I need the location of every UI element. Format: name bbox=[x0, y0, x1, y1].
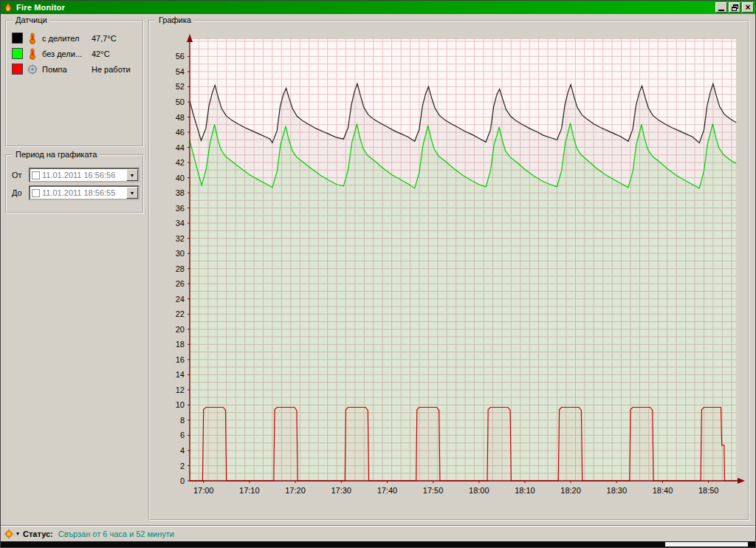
period-from-label: От bbox=[12, 171, 25, 179]
svg-text:18:00: 18:00 bbox=[469, 486, 489, 495]
svg-text:4: 4 bbox=[180, 446, 185, 455]
status-dropdown-icon[interactable]: ▾ bbox=[16, 531, 19, 537]
minimize-icon bbox=[718, 10, 724, 11]
status-value: Свързан от 6 часа и 52 минути bbox=[58, 530, 174, 538]
svg-text:17:40: 17:40 bbox=[377, 486, 398, 495]
window-title: Fire Monitor bbox=[16, 3, 714, 12]
sensor-value: Не работи bbox=[92, 65, 131, 74]
series-color-swatch-red bbox=[12, 64, 23, 75]
svg-text:14: 14 bbox=[176, 370, 185, 379]
series-color-swatch-green bbox=[12, 48, 23, 59]
statusbar: ▾ Статус: Свързан от 6 часа и 52 минути bbox=[1, 525, 755, 541]
close-button[interactable]: × bbox=[742, 2, 754, 13]
svg-text:18: 18 bbox=[176, 340, 185, 349]
svg-text:17:30: 17:30 bbox=[331, 486, 351, 495]
svg-text:18:10: 18:10 bbox=[515, 486, 535, 495]
taskbar-sliver bbox=[1, 541, 755, 547]
svg-text:50: 50 bbox=[176, 97, 185, 106]
restore-icon bbox=[732, 4, 738, 11]
pump-icon bbox=[27, 64, 38, 75]
period-legend: Период на графиката bbox=[13, 150, 100, 159]
sensors-legend: Датчици bbox=[13, 16, 50, 24]
sensor-row-pump: Помпа Не работи bbox=[7, 61, 142, 77]
minimize-button[interactable] bbox=[715, 2, 727, 13]
chevron-down-icon[interactable]: ▼ bbox=[126, 169, 138, 181]
svg-text:46: 46 bbox=[176, 128, 185, 137]
status-icon bbox=[4, 529, 14, 539]
svg-text:6: 6 bbox=[180, 431, 185, 439]
thermometer-icon bbox=[27, 32, 38, 44]
period-to-label: До bbox=[12, 188, 25, 197]
app-window: Fire Monitor × Датчици с делител 47,7°C bbox=[0, 0, 756, 548]
svg-text:32: 32 bbox=[176, 234, 185, 243]
svg-text:40: 40 bbox=[176, 174, 185, 182]
period-from-value[interactable]: 11.01.2011 16:56:56 bbox=[42, 171, 126, 179]
graph-svg: 0246810121416182022242628303234363840424… bbox=[151, 29, 746, 512]
svg-text:54: 54 bbox=[176, 67, 185, 76]
app-flame-icon bbox=[3, 2, 13, 13]
sensor-row-no-divider: без дели... 42°C bbox=[7, 46, 142, 61]
sensor-label: с делител bbox=[42, 34, 88, 43]
close-icon: × bbox=[745, 4, 750, 11]
svg-text:42: 42 bbox=[176, 158, 185, 167]
sensor-value: 47,7°C bbox=[92, 34, 117, 43]
graph-legend: Графика bbox=[156, 16, 194, 24]
svg-text:18:40: 18:40 bbox=[653, 486, 673, 495]
status-label: Статус: bbox=[23, 530, 53, 538]
client-area: Датчици с делител 47,7°C без дели bbox=[1, 14, 755, 525]
thermometer-icon bbox=[27, 48, 38, 60]
period-from-picker[interactable]: 11.01.2011 16:56:56 ▼ bbox=[29, 168, 140, 182]
period-to-row: До 11.01.2011 18:56:55 ▼ bbox=[7, 184, 142, 202]
svg-text:44: 44 bbox=[176, 143, 185, 152]
svg-text:22: 22 bbox=[176, 309, 185, 318]
datetime-checkbox[interactable] bbox=[32, 171, 40, 179]
svg-text:12: 12 bbox=[176, 386, 185, 394]
svg-text:16: 16 bbox=[176, 355, 185, 364]
sensor-label: Помпа bbox=[42, 65, 88, 74]
period-to-value[interactable]: 11.01.2011 18:56:55 bbox=[42, 188, 126, 197]
svg-text:26: 26 bbox=[176, 279, 185, 288]
sensor-row-divider: с делител 47,7°C bbox=[7, 30, 142, 46]
svg-text:34: 34 bbox=[176, 219, 185, 227]
svg-text:18:50: 18:50 bbox=[698, 486, 719, 495]
svg-text:17:50: 17:50 bbox=[423, 486, 444, 495]
svg-text:17:20: 17:20 bbox=[285, 486, 306, 495]
svg-text:36: 36 bbox=[176, 204, 185, 213]
svg-text:17:00: 17:00 bbox=[193, 486, 214, 495]
restore-button[interactable] bbox=[729, 2, 740, 13]
taskbar-window[interactable] bbox=[665, 542, 748, 547]
svg-text:2: 2 bbox=[180, 462, 185, 470]
graph-groupbox: Графика 02468101214161820222426283032343… bbox=[148, 20, 749, 521]
sensor-value: 42°C bbox=[92, 49, 110, 58]
svg-text:30: 30 bbox=[176, 249, 185, 258]
titlebar[interactable]: Fire Monitor × bbox=[1, 1, 755, 14]
svg-text:17:10: 17:10 bbox=[239, 486, 260, 495]
period-from-row: От 11.01.2011 16:56:56 ▼ bbox=[7, 166, 142, 184]
svg-text:18:30: 18:30 bbox=[607, 486, 628, 495]
svg-text:20: 20 bbox=[176, 325, 185, 334]
svg-text:10: 10 bbox=[176, 400, 185, 409]
svg-text:18:20: 18:20 bbox=[560, 486, 581, 495]
svg-text:38: 38 bbox=[176, 188, 185, 197]
period-groupbox: Период на графиката От 11.01.2011 16:56:… bbox=[5, 154, 144, 213]
svg-text:24: 24 bbox=[176, 295, 185, 304]
svg-text:28: 28 bbox=[176, 264, 185, 273]
sensors-groupbox: Датчици с делител 47,7°C без дели bbox=[5, 20, 144, 147]
svg-text:0: 0 bbox=[180, 476, 185, 485]
svg-text:52: 52 bbox=[176, 82, 185, 91]
datetime-checkbox[interactable] bbox=[32, 189, 40, 197]
svg-text:56: 56 bbox=[176, 52, 185, 61]
period-to-picker[interactable]: 11.01.2011 18:56:55 ▼ bbox=[29, 185, 140, 200]
sensor-label: без дели... bbox=[42, 49, 88, 58]
series-color-swatch-black bbox=[12, 32, 23, 44]
svg-text:48: 48 bbox=[176, 113, 185, 122]
chevron-down-icon[interactable]: ▼ bbox=[126, 187, 138, 199]
svg-text:8: 8 bbox=[180, 416, 185, 425]
